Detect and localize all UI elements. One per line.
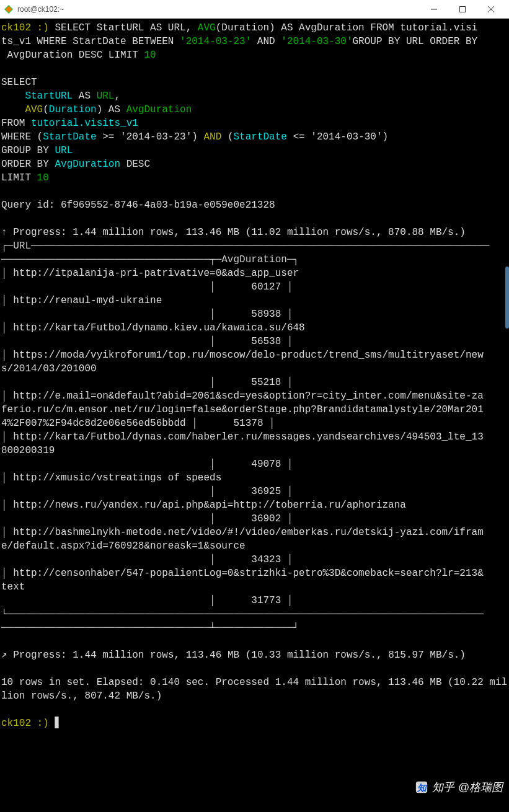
terminal-output[interactable]: ck102 :) SELECT StartURL AS URL, AVG(Dur… [0, 19, 509, 733]
zhihu-icon: 知 [415, 780, 428, 794]
close-button[interactable] [477, 0, 505, 19]
app-icon [4, 4, 14, 14]
watermark-author: @格瑞图 [458, 780, 503, 795]
scrollbar-thumb[interactable] [505, 267, 509, 329]
window-buttons [420, 0, 505, 19]
maximize-button[interactable] [448, 0, 477, 19]
window-title: root@ck102:~ [17, 5, 420, 14]
watermark-brand: 知乎 [432, 780, 454, 795]
minimize-button[interactable] [420, 0, 448, 19]
svg-rect-3 [460, 6, 466, 12]
watermark: 知 知乎 @格瑞图 [415, 780, 503, 795]
window-titlebar: root@ck102:~ [0, 0, 509, 19]
svg-text:知: 知 [416, 783, 427, 793]
